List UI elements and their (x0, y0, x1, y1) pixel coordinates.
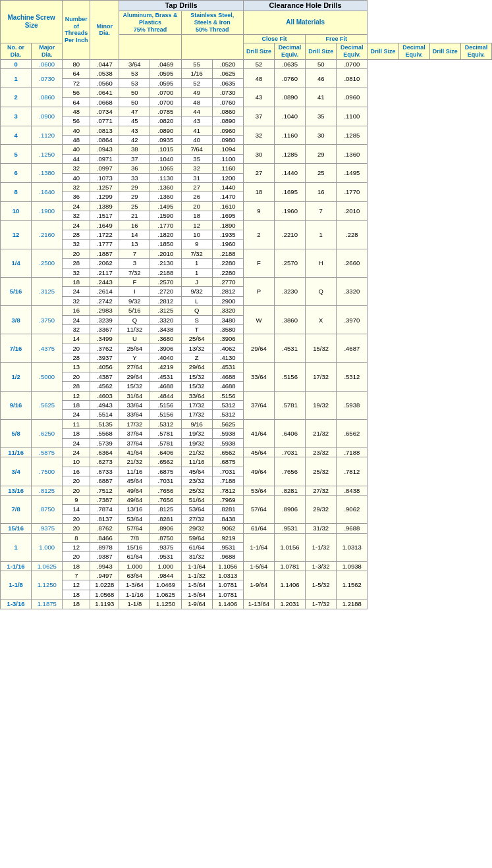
close-drill-cell: 52 (243, 59, 274, 68)
close-decimal-cell: 1.1406 (274, 571, 305, 600)
free-decimal-cell: .5312 (337, 363, 368, 391)
ss-decimal-cell: .0980 (212, 136, 243, 145)
minor-dia-cell: .8978 (90, 542, 119, 551)
no-dia-cell: 13/16 (1, 486, 32, 495)
minor-dia-cell: .2983 (90, 306, 119, 315)
ss-drill-cell: 1 (181, 268, 212, 277)
al-decimal-cell: .6406 (150, 447, 181, 457)
al-decimal-cell: 1.1250 (150, 600, 181, 609)
al-decimal-cell: .1040 (150, 154, 181, 163)
al-drill-cell: 25 (119, 201, 150, 211)
minor-dia-cell: .2742 (90, 296, 119, 305)
al-decimal-cell: .1770 (150, 220, 181, 230)
close-drill-cell: 27 (243, 164, 274, 183)
ss-drill-cell: 19/32 (181, 429, 212, 438)
minor-dia-cell: .1299 (90, 192, 119, 201)
major-dia-cell: .3750 (32, 306, 63, 334)
minor-dia-cell: .4387 (90, 372, 119, 381)
minor-dia-cell: .2117 (90, 268, 119, 277)
al-drill-cell: I (119, 287, 150, 296)
al-drill-cell: 9/32 (119, 296, 150, 305)
free-decimal-cell: 1.0313 (337, 533, 368, 561)
al-drill-cell: 61/64 (119, 552, 150, 561)
threads-cell: 44 (63, 154, 90, 163)
ss-decimal-cell: .5938 (212, 429, 243, 438)
close-decimal-cell: .8281 (274, 486, 305, 495)
al-drill-cell: 14 (119, 230, 150, 240)
close-drill-cell: 30 (243, 145, 274, 164)
al-decimal-cell: .4040 (150, 353, 181, 363)
al-drill-cell: 29 (119, 183, 150, 192)
major-dia-cell: 1.000 (32, 533, 63, 561)
al-drill-cell: 7 (119, 249, 150, 258)
threads-cell: 20 (63, 486, 90, 495)
free-drill-cell: 19/32 (306, 391, 337, 419)
threads-cell: 20 (63, 372, 90, 381)
ss-decimal-cell: 1.1406 (212, 600, 243, 609)
al-decimal-cell: .1360 (150, 192, 181, 201)
threads-cell: 32 (63, 211, 90, 220)
threads-cell: 24 (63, 315, 90, 324)
free-decimal-cell: .7188 (337, 447, 368, 457)
threads-cell: 8 (63, 533, 90, 542)
threads-cell: 24 (63, 447, 90, 457)
al-decimal-cell: .0469 (150, 59, 181, 68)
free-decimal-header: Decimal Equiv. (460, 43, 491, 60)
al-decimal-cell: .2812 (150, 296, 181, 305)
al-decimal-cell: 1.0625 (150, 590, 181, 599)
major-dia-cell: .5000 (32, 363, 63, 391)
free-drill-cell: 1-5/32 (306, 571, 337, 600)
ss-decimal-cell: .9062 (212, 524, 243, 533)
threads-cell: 40 (63, 126, 90, 135)
threads-cell: 32 (63, 324, 90, 334)
ss-drill-cell: 9/16 (181, 419, 212, 428)
threads-cell: 18 (63, 561, 90, 571)
ss-decimal-cell: .1160 (212, 164, 243, 173)
minor-dia-cell: .0668 (90, 97, 119, 107)
close-drill-cell: 43 (243, 88, 274, 107)
al-decimal-cell: .9844 (150, 571, 181, 580)
major-dia-cell: .5625 (32, 391, 63, 419)
minor-dia-cell: .9387 (90, 552, 119, 561)
close-decimal-cell: .0890 (274, 88, 305, 107)
al-decimal-cell: .4219 (150, 363, 181, 372)
al-drill-cell: U (119, 334, 150, 344)
al-drill-cell: 50 (119, 97, 150, 107)
ss-drill-cell: 17/32 (181, 401, 212, 410)
ss-decimal-cell: .2812 (212, 287, 243, 296)
ss-drill-cell: 25/32 (181, 486, 212, 495)
al-drill-cell: 29 (119, 192, 150, 201)
free-decimal-cell: .7812 (337, 457, 368, 486)
drill-chart-table: Machine Screw Size Number of Threads Per… (0, 0, 492, 609)
minor-dia-cell: .9943 (90, 561, 119, 571)
ss-drill-cell: 31 (181, 173, 212, 182)
al-decimal-cell: .3906 (150, 344, 181, 353)
close-decimal-cell: .3860 (274, 306, 305, 334)
al-drill-cell: 1-1/8 (119, 600, 150, 609)
threads-cell: 20 (63, 344, 90, 353)
major-dia-cell: .3125 (32, 277, 63, 305)
ss-decimal-cell: .1470 (212, 192, 243, 201)
ss-drill-cell: 26 (181, 192, 212, 201)
minor-dia-cell: .1722 (90, 230, 119, 240)
close-drill-cell: 2 (243, 220, 274, 249)
al-decimal-cell: .0820 (150, 116, 181, 126)
threads-cell: 80 (63, 59, 90, 68)
al-decimal-cell: .0700 (150, 97, 181, 107)
al-decimal-cell: .8125 (150, 505, 181, 514)
major-dia-cell: .0900 (32, 107, 63, 126)
close-drill-cell: 37/64 (243, 391, 274, 419)
al-decimal-cell: .6875 (150, 467, 181, 476)
minor-dia-header: Minor Dia. (90, 1, 119, 60)
threads-header: Number of Threads Per Inch (63, 1, 90, 60)
major-dia-cell: .2500 (32, 249, 63, 277)
ss-drill-size-header: Drill Size (306, 43, 337, 60)
free-drill-cell: Q (306, 277, 337, 305)
free-drill-cell: 1-7/32 (306, 600, 337, 609)
minor-dia-cell: .9497 (90, 571, 119, 580)
minor-dia-cell: .8466 (90, 533, 119, 542)
minor-dia-cell: .5568 (90, 429, 119, 438)
no-dia-cell: 9/16 (1, 391, 32, 419)
free-drill-cell: 1 (306, 220, 337, 249)
close-drill-cell: 9 (243, 201, 274, 220)
